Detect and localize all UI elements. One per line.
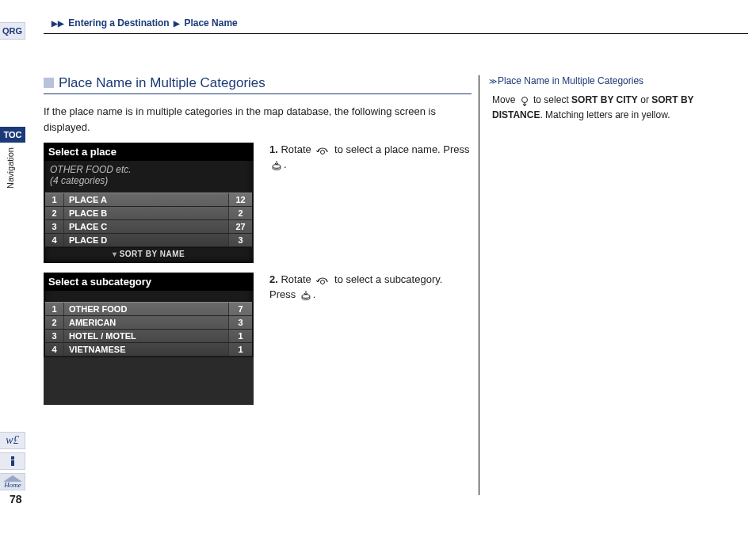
list-item: 2AMERICAN3 (45, 316, 252, 330)
press-dial-icon (300, 288, 311, 303)
toc-tab[interactable]: TOC (0, 127, 25, 143)
chevron-icon: ≫ (489, 77, 494, 86)
arrow-icon: ▶ (174, 19, 180, 28)
voice-icon[interactable]: w£ (0, 432, 25, 449)
svg-rect-0 (11, 456, 14, 460)
screen-subtitle-1: OTHER FOOD etc. (50, 164, 247, 175)
device-screenshot-2: Select a subcategory 1OTHER FOOD7 2AMERI… (44, 273, 254, 405)
screen-title: Select a subcategory (44, 273, 254, 291)
sort-by-city-label: SORT BY CITY (571, 94, 638, 105)
list-item: 3PLACE C27 (45, 220, 252, 234)
square-bullet-icon (44, 78, 54, 88)
step-2-text: 2. Rotate to select a subcategory. Press… (269, 273, 472, 303)
list-item: 1OTHER FOOD7 (45, 303, 252, 316)
step-1-text: 1. Rotate to select a place name. Press … (269, 143, 472, 173)
list-item: 4PLACE D3 (45, 234, 252, 247)
breadcrumb-level1[interactable]: Entering a Destination (68, 17, 169, 29)
list-item: 4VIETNAMESE1 (45, 343, 252, 357)
breadcrumb: ▶▶ Entering a Destination ▶ Place Name (50, 17, 238, 29)
list-item: 3HOTEL / MOTEL1 (45, 330, 252, 343)
list-item: 2PLACE B2 (45, 207, 252, 220)
list-item: 1PLACE A12 (45, 193, 252, 207)
svg-point-4 (321, 151, 325, 154)
page-number: 78 (10, 493, 22, 505)
home-icon[interactable]: Home (0, 473, 25, 490)
svg-rect-1 (11, 460, 14, 466)
breadcrumb-level2[interactable]: Place Name (184, 17, 237, 29)
divider (44, 33, 748, 34)
press-dial-icon (271, 158, 282, 173)
intro-text: If the place name is in multiple categor… (44, 104, 472, 135)
section-title: Place Name in Multiple Categories (44, 75, 472, 94)
svg-point-8 (321, 280, 325, 284)
info-icon[interactable] (0, 452, 25, 470)
sidebar-heading: ≫Place Name in Multiple Categories (489, 75, 708, 86)
svg-point-12 (521, 97, 527, 102)
arrow-icon: ▶▶ (52, 19, 64, 28)
screen-subtitle-2: (4 categories) (50, 175, 247, 186)
device-screenshot-1: Select a place OTHER FOOD etc. (4 catego… (44, 143, 254, 263)
sidebar-body: Move to select SORT BY CITY or SORT BY D… (489, 93, 708, 122)
rotate-dial-icon (315, 273, 330, 288)
screen-title: Select a place (44, 143, 254, 161)
svg-text:Home: Home (3, 481, 21, 489)
rotate-dial-icon (315, 143, 330, 158)
nav-section-label: Navigation (6, 147, 15, 189)
qrg-tab[interactable]: QRG (0, 22, 25, 40)
screen-footer: SORT BY NAME (44, 248, 254, 263)
move-down-icon (520, 93, 529, 108)
